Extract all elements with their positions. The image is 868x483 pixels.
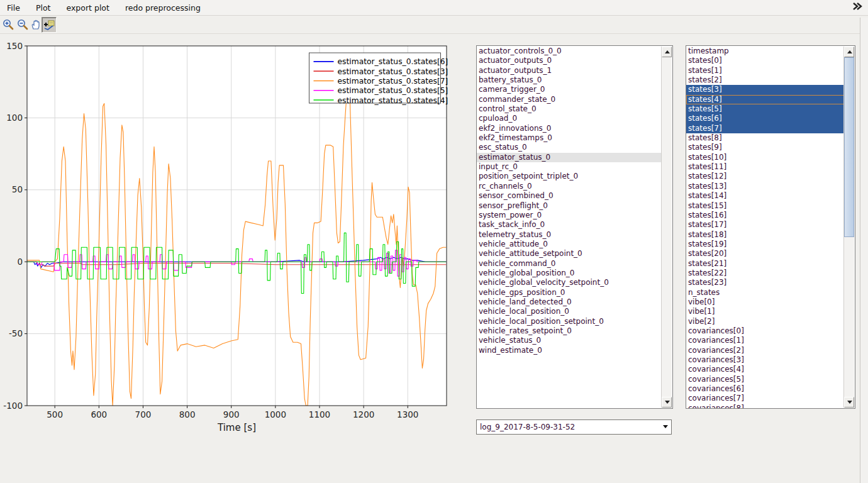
topic-camera_trigger_0[interactable]: camera_trigger_0 (477, 85, 662, 94)
topic-vehicle_attitude_0[interactable]: vehicle_attitude_0 (477, 240, 662, 249)
pan-button[interactable] (29, 17, 43, 31)
topic-vehicle_command_0[interactable]: vehicle_command_0 (477, 259, 662, 269)
zoom-out-button[interactable] (16, 17, 30, 31)
topic-position_setpoint_triplet_0[interactable]: position_setpoint_triplet_0 (477, 172, 662, 181)
topic-sensor_preflight_0[interactable]: sensor_preflight_0 (477, 201, 662, 211)
field-states_16_[interactable]: states[16] (686, 211, 844, 220)
field-covariances_2_[interactable]: covariances[2] (686, 346, 844, 355)
topic-wind_estimate_0[interactable]: wind_estimate_0 (477, 346, 662, 355)
field-states_10_[interactable]: states[10] (686, 153, 844, 162)
tick-label-x: 1300 (397, 409, 418, 419)
legend-label: estimator_status_0.states[5] (338, 86, 448, 95)
field-states_19_[interactable]: states[19] (686, 240, 844, 249)
field-states_14_[interactable]: states[14] (686, 191, 844, 201)
field-covariances_5_[interactable]: covariances[5] (686, 375, 844, 384)
topic-estimator_status_0[interactable]: estimator_status_0 (477, 153, 662, 162)
field-states_20_[interactable]: states[20] (686, 249, 844, 258)
field-states_15_[interactable]: states[15] (686, 201, 844, 211)
topic-sensor_combined_0[interactable]: sensor_combined_0 (477, 191, 662, 201)
field-covariances_8_[interactable]: covariances[8] (686, 404, 844, 408)
topic-telemetry_status_0[interactable]: telemetry_status_0 (477, 230, 662, 240)
topic-vehicle_local_position_setpoint_0[interactable]: vehicle_local_position_setpoint_0 (477, 317, 662, 326)
topic-input_rc_0[interactable]: input_rc_0 (477, 162, 662, 172)
field-timestamp[interactable]: timestamp (686, 47, 844, 56)
field-vibe_2_[interactable]: vibe[2] (686, 317, 844, 326)
topic-vehicle_status_0[interactable]: vehicle_status_0 (477, 336, 662, 345)
tick-label-x: 1200 (353, 409, 374, 419)
field-states_2_[interactable]: states[2] (686, 75, 844, 85)
topic-vehicle_global_position_0[interactable]: vehicle_global_position_0 (477, 269, 662, 278)
tick-label-y: 150 (6, 41, 23, 51)
annotate-button[interactable] (42, 17, 57, 33)
topic-cpuload_0[interactable]: cpuload_0 (477, 114, 662, 123)
scroll-down-button[interactable] (662, 397, 672, 408)
field-states_23_[interactable]: states[23] (686, 278, 844, 287)
menu-item-export-plot[interactable]: export plot (64, 2, 111, 14)
topic-actuator_outputs_1[interactable]: actuator_outputs_1 (477, 66, 662, 75)
topic-commander_state_0[interactable]: commander_state_0 (477, 95, 662, 104)
topic-ekf2_innovations_0[interactable]: ekf2_innovations_0 (477, 124, 662, 133)
topic-rc_channels_0[interactable]: rc_channels_0 (477, 182, 662, 191)
field-states_0_[interactable]: states[0] (686, 56, 844, 65)
field-vibe_0_[interactable]: vibe[0] (686, 297, 844, 307)
topics-scrollbar[interactable] (661, 47, 672, 408)
field-states_13_[interactable]: states[13] (686, 182, 844, 191)
field-states_12_[interactable]: states[12] (686, 172, 844, 181)
field-covariances_1_[interactable]: covariances[1] (686, 336, 844, 345)
field-states_6_[interactable]: states[6] (686, 114, 844, 123)
topic-vehicle_attitude_setpoint_0[interactable]: vehicle_attitude_setpoint_0 (477, 249, 662, 258)
field-states_8_[interactable]: states[8] (686, 133, 844, 143)
scroll-down-button[interactable] (844, 397, 854, 408)
topic-vehicle_global_velocity_setpoint_0[interactable]: vehicle_global_velocity_setpoint_0 (477, 278, 662, 287)
topic-actuator_controls_0_0[interactable]: actuator_controls_0_0 (477, 47, 662, 56)
field-states_11_[interactable]: states[11] (686, 162, 844, 172)
scroll-up-button[interactable] (662, 47, 672, 57)
topics-listbox: actuator_controls_0_0actuator_outputs_0a… (476, 45, 673, 409)
field-covariances_3_[interactable]: covariances[3] (686, 355, 844, 365)
menu-item-plot[interactable]: Plot (34, 2, 53, 14)
tick-label-y: -100 (3, 401, 23, 411)
fields-scrollbar[interactable] (843, 47, 854, 408)
field-states_18_[interactable]: states[18] (686, 230, 844, 240)
topic-task_stack_info_0[interactable]: task_stack_info_0 (477, 220, 662, 230)
overflow-chevron-icon[interactable] (852, 2, 863, 11)
field-covariances_7_[interactable]: covariances[7] (686, 394, 844, 403)
topic-system_power_0[interactable]: system_power_0 (477, 211, 662, 220)
topic-vehicle_rates_setpoint_0[interactable]: vehicle_rates_setpoint_0 (477, 326, 662, 336)
field-covariances_4_[interactable]: covariances[4] (686, 365, 844, 374)
menu-item-file[interactable]: File (5, 2, 22, 14)
fields-listbox: timestampstates[0]states[1]states[2]stat… (686, 45, 855, 409)
field-states_1_[interactable]: states[1] (686, 66, 844, 75)
field-covariances_6_[interactable]: covariances[6] (686, 384, 844, 394)
field-states_4_[interactable]: states[4] (686, 95, 844, 104)
field-states_3_[interactable]: states[3] (686, 85, 844, 94)
scrollbar-thumb[interactable] (844, 57, 854, 237)
pan-hand-icon (30, 19, 42, 30)
tick-label-x: 800 (179, 409, 196, 419)
topic-actuator_outputs_0[interactable]: actuator_outputs_0 (477, 56, 662, 65)
application-window: FilePlotexport plotredo preprocessing (0, 0, 868, 483)
topic-control_state_0[interactable]: control_state_0 (477, 104, 662, 114)
topic-ekf2_timestamps_0[interactable]: ekf2_timestamps_0 (477, 133, 662, 143)
field-states_7_[interactable]: states[7] (686, 124, 844, 133)
field-n_states[interactable]: n_states (686, 288, 844, 297)
topic-vehicle_gps_position_0[interactable]: vehicle_gps_position_0 (477, 288, 662, 297)
field-states_21_[interactable]: states[21] (686, 259, 844, 269)
field-states_22_[interactable]: states[22] (686, 269, 844, 278)
field-states_17_[interactable]: states[17] (686, 220, 844, 230)
plot-canvas[interactable]: 5006007008009001000110012001300-100-5005… (0, 35, 465, 450)
field-covariances_0_[interactable]: covariances[0] (686, 326, 844, 336)
topic-esc_status_0[interactable]: esc_status_0 (477, 143, 662, 152)
zoom-in-button[interactable] (1, 17, 15, 31)
topic-vehicle_land_detected_0[interactable]: vehicle_land_detected_0 (477, 297, 662, 307)
topic-vehicle_local_position_0[interactable]: vehicle_local_position_0 (477, 307, 662, 316)
menu-item-redo-preprocessing[interactable]: redo preprocessing (123, 2, 203, 14)
scroll-up-button[interactable] (844, 47, 854, 57)
field-states_5_[interactable]: states[5] (686, 104, 844, 114)
panel-edge (860, 18, 868, 483)
field-vibe_1_[interactable]: vibe[1] (686, 307, 844, 316)
tick-label-y: 100 (6, 113, 23, 123)
log-file-select[interactable]: log_9_2017-8-5-09-31-52 (476, 419, 672, 435)
field-states_9_[interactable]: states[9] (686, 143, 844, 152)
topic-battery_status_0[interactable]: battery_status_0 (477, 75, 662, 85)
